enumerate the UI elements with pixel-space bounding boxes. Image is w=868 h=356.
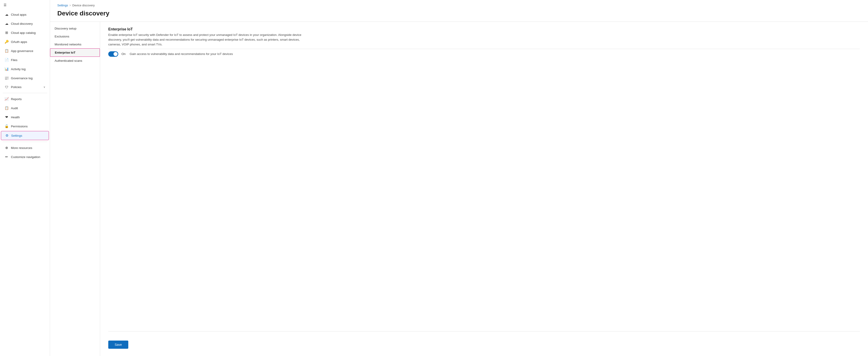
reports-icon: 📈 bbox=[5, 97, 9, 101]
sidebar-label-customize-navigation: Customize navigation bbox=[11, 155, 40, 159]
sidebar-item-health[interactable]: ❤ Health bbox=[1, 113, 49, 121]
sidebar-label-governance-log: Governance log bbox=[11, 76, 33, 80]
breadcrumb-current: Device discovery bbox=[72, 4, 95, 7]
sidebar-item-files[interactable]: 📄 Files bbox=[1, 56, 49, 64]
subnav-label-exclusions: Exclusions bbox=[55, 35, 69, 38]
sidebar-label-health: Health bbox=[11, 115, 20, 119]
sidebar-label-settings: Settings bbox=[11, 134, 22, 137]
hamburger-button[interactable] bbox=[0, 0, 50, 10]
sidebar-label-cloud-app-catalog: Cloud app catalog bbox=[11, 31, 36, 35]
cloud-apps-icon: ☁ bbox=[5, 12, 9, 16]
appgov-icon: 📋 bbox=[5, 49, 9, 53]
page-title: Device discovery bbox=[50, 9, 868, 22]
main-content: Settings > Device discovery Device disco… bbox=[50, 0, 868, 356]
policies-icon: 🛡 bbox=[5, 85, 9, 89]
more-resources-icon: ⊕ bbox=[5, 146, 9, 150]
sidebar-divider-2 bbox=[3, 142, 47, 142]
save-section: Save bbox=[108, 337, 860, 351]
sidebar-item-more-resources[interactable]: ⊕ More resources bbox=[1, 143, 49, 152]
sidebar-label-app-governance: App governance bbox=[11, 49, 33, 53]
subnav: Discovery setup Exclusions Monitored net… bbox=[50, 22, 100, 356]
actlog-icon: 📊 bbox=[5, 67, 9, 71]
sidebar-item-reports[interactable]: 📈 Reports bbox=[1, 95, 49, 103]
sidebar-label-activity-log: Activity log bbox=[11, 67, 26, 71]
toggle-row: On Gain access to vulnerability data and… bbox=[108, 51, 860, 57]
content-area: Discovery setup Exclusions Monitored net… bbox=[50, 22, 868, 356]
subnav-label-discovery-setup: Discovery setup bbox=[55, 27, 76, 30]
sidebar-label-permissions: Permissions bbox=[11, 124, 28, 128]
sidebar-item-cloud-app-catalog[interactable]: ⊞ Cloud app catalog bbox=[1, 28, 49, 37]
sidebar-item-permissions[interactable]: 🔓 Permissions bbox=[1, 122, 49, 131]
oauth-icon: 🔑 bbox=[5, 40, 9, 44]
files-icon: 📄 bbox=[5, 58, 9, 62]
sidebar-label-cloud-apps: Cloud apps bbox=[11, 13, 26, 16]
subnav-item-authenticated-scans[interactable]: Authenticated scans bbox=[50, 57, 100, 65]
subnav-label-monitored-networks: Monitored networks bbox=[55, 43, 82, 46]
breadcrumb-settings-link[interactable]: Settings bbox=[57, 4, 68, 7]
health-icon: ❤ bbox=[5, 115, 9, 119]
subnav-item-exclusions[interactable]: Exclusions bbox=[50, 32, 100, 40]
subnav-item-discovery-setup[interactable]: Discovery setup bbox=[50, 25, 100, 32]
sidebar-item-cloud-discovery[interactable]: ☁ Cloud discovery bbox=[1, 19, 49, 28]
sidebar-label-audit: Audit bbox=[11, 106, 18, 110]
customize-icon: ✏ bbox=[5, 155, 9, 159]
sidebar-item-cloud-apps[interactable]: ☁ Cloud apps bbox=[1, 10, 49, 19]
section-description: Enable enterprise IoT security with Defe… bbox=[108, 33, 313, 47]
hamburger-icon bbox=[4, 3, 7, 7]
sidebar-item-app-governance[interactable]: 📋 App governance bbox=[1, 46, 49, 55]
subnav-label-enterprise-iot: Enterprise IoT bbox=[55, 51, 75, 54]
enterprise-iot-toggle[interactable] bbox=[108, 51, 118, 57]
sidebar-label-reports: Reports bbox=[11, 97, 22, 101]
sidebar-item-governance-log[interactable]: 📰 Governance log bbox=[1, 74, 49, 82]
govlog-icon: 📰 bbox=[5, 76, 9, 80]
permissions-icon: 🔓 bbox=[5, 124, 9, 128]
section-title: Enterprise IoT bbox=[108, 27, 860, 31]
toggle-state-label: On bbox=[121, 52, 126, 56]
save-button[interactable]: Save bbox=[108, 341, 128, 349]
sidebar-item-policies[interactable]: 🛡 Policies ∨ bbox=[1, 83, 49, 91]
sidebar-label-more-resources: More resources bbox=[11, 146, 32, 150]
detail-panel: Enterprise IoT Enable enterprise IoT sec… bbox=[100, 22, 868, 356]
subnav-item-monitored-networks[interactable]: Monitored networks bbox=[50, 40, 100, 48]
sidebar-item-oauth-apps[interactable]: 🔑 OAuth apps bbox=[1, 37, 49, 46]
cloud-discovery-icon: ☁ bbox=[5, 22, 9, 26]
sidebar-label-oauth-apps: OAuth apps bbox=[11, 40, 27, 44]
settings-icon: ⚙ bbox=[5, 134, 9, 138]
sidebar-item-customize-navigation[interactable]: ✏ Customize navigation bbox=[1, 152, 49, 161]
sidebar: ☁ Cloud apps ☁ Cloud discovery ⊞ Cloud a… bbox=[0, 0, 50, 356]
catalog-icon: ⊞ bbox=[5, 31, 9, 35]
sidebar-label-files: Files bbox=[11, 58, 18, 62]
sidebar-item-audit[interactable]: 📋 Audit bbox=[1, 104, 49, 112]
section-divider bbox=[108, 49, 860, 49]
sidebar-label-policies: Policies bbox=[11, 85, 22, 89]
policies-chevron-icon: ∨ bbox=[43, 85, 45, 88]
sidebar-item-activity-log[interactable]: 📊 Activity log bbox=[1, 65, 49, 73]
sidebar-label-cloud-discovery: Cloud discovery bbox=[11, 22, 33, 26]
save-divider bbox=[108, 331, 860, 331]
breadcrumb-separator: > bbox=[69, 4, 71, 7]
subnav-label-authenticated-scans: Authenticated scans bbox=[55, 59, 82, 63]
subnav-item-enterprise-iot[interactable]: Enterprise IoT bbox=[50, 48, 100, 57]
toggle-description: Gain access to vulnerability data and re… bbox=[130, 52, 233, 56]
breadcrumb: Settings > Device discovery bbox=[50, 0, 868, 9]
sidebar-item-settings[interactable]: ⚙ Settings bbox=[1, 131, 49, 140]
sidebar-divider-1 bbox=[3, 93, 47, 93]
audit-icon: 📋 bbox=[5, 106, 9, 110]
enterprise-iot-section: Enterprise IoT Enable enterprise IoT sec… bbox=[108, 27, 860, 57]
